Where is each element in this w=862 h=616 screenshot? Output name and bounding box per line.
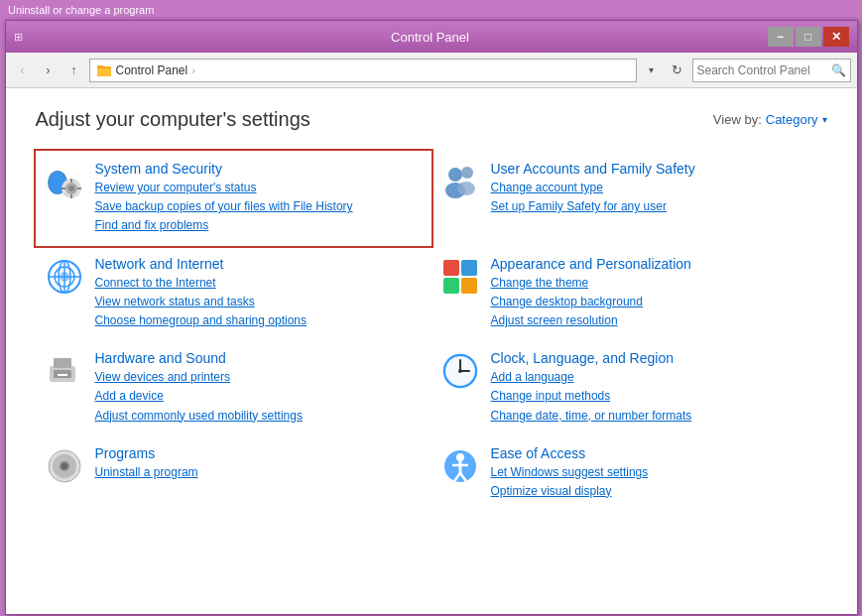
network-internet-link[interactable]: Choose homegroup and sharing options (95, 311, 307, 330)
address-path[interactable]: Control Panel › (89, 59, 637, 82)
system-security-icon (44, 161, 85, 202)
system-security-title[interactable]: System and Security (95, 161, 353, 177)
hardware-sound-link[interactable]: Add a device (95, 387, 303, 406)
forward-button[interactable]: › (38, 60, 60, 81)
category-item-appearance[interactable]: Appearance and PersonalizationChange the… (431, 246, 827, 341)
hardware-sound-text: Hardware and SoundView devices and print… (95, 350, 303, 426)
clock-language-link[interactable]: Change input methods (491, 387, 692, 406)
svg-rect-8 (70, 194, 72, 198)
user-accounts-link[interactable]: Set up Family Safety for any user (491, 197, 695, 216)
view-by-value[interactable]: Category (766, 112, 818, 127)
svg-rect-27 (54, 358, 71, 368)
user-accounts-link[interactable]: Change account type (491, 179, 695, 197)
refresh-button[interactable]: ↻ (667, 60, 688, 81)
network-internet-text: Network and InternetConnect to the Inter… (95, 256, 307, 331)
svg-rect-9 (62, 187, 65, 189)
search-icon: 🔍 (831, 63, 846, 77)
categories-grid: System and SecurityReview your computer'… (36, 151, 827, 511)
window-icon-area: ⊞ (14, 31, 93, 44)
category-item-programs[interactable]: ProgramsUninstall a program (36, 435, 431, 511)
maximize-button[interactable]: □ (796, 27, 821, 47)
programs-link[interactable]: Uninstall a program (95, 463, 198, 482)
title-bar: ⊞ Control Panel − □ ✕ (6, 21, 857, 53)
network-internet-icon (44, 256, 85, 298)
network-internet-title[interactable]: Network and Internet (95, 256, 307, 272)
hardware-sound-title[interactable]: Hardware and Sound (95, 350, 303, 366)
svg-rect-23 (443, 278, 459, 294)
minimize-button[interactable]: − (768, 27, 794, 47)
ease-of-access-text: Ease of AccessLet Windows suggest settin… (491, 445, 649, 501)
svg-rect-28 (58, 374, 67, 376)
hardware-sound-icon (44, 350, 85, 392)
clock-language-text: Clock, Language, and RegionAdd a languag… (491, 350, 692, 426)
view-by-dropdown-arrow[interactable]: ▾ (822, 114, 827, 125)
svg-rect-21 (443, 260, 459, 276)
category-item-hardware-sound[interactable]: Hardware and SoundView devices and print… (36, 340, 431, 435)
clock-language-icon (439, 350, 481, 392)
view-by-control: View by: Category ▾ (713, 112, 827, 127)
search-box: 🔍 (692, 59, 851, 82)
main-content: Adjust your computer's settings View by:… (6, 88, 857, 614)
appearance-text: Appearance and PersonalizationChange the… (491, 256, 691, 331)
category-item-network-internet[interactable]: Network and InternetConnect to the Inter… (36, 246, 431, 341)
ease-of-access-icon (439, 445, 481, 487)
svg-point-33 (458, 369, 462, 373)
category-item-system-security[interactable]: System and SecurityReview your computer'… (34, 149, 433, 248)
user-accounts-title[interactable]: User Accounts and Family Safety (491, 161, 695, 177)
address-bar: ‹ › ↑ Control Panel › ▾ ↻ 🔍 (6, 53, 857, 88)
control-panel-window: ⊞ Control Panel − □ ✕ ‹ › ↑ Control Pane… (5, 20, 858, 615)
svg-rect-24 (461, 278, 477, 294)
appearance-icon (439, 256, 481, 298)
clock-language-title[interactable]: Clock, Language, and Region (491, 350, 692, 366)
close-button[interactable]: ✕ (823, 27, 849, 47)
category-item-ease-of-access[interactable]: Ease of AccessLet Windows suggest settin… (431, 435, 827, 511)
category-item-user-accounts[interactable]: User Accounts and Family SafetyChange ac… (431, 151, 827, 246)
path-label: Control Panel (116, 63, 188, 77)
svg-rect-22 (461, 260, 477, 276)
clock-language-link[interactable]: Add a language (491, 368, 692, 387)
category-item-clock-language[interactable]: Clock, Language, and RegionAdd a languag… (431, 340, 827, 435)
clock-language-link[interactable]: Change date, time, or number formats (491, 407, 692, 426)
view-by-label: View by: (713, 112, 762, 127)
svg-point-12 (461, 167, 473, 179)
path-dropdown-button[interactable]: ▾ (641, 60, 663, 81)
taskbar-hint-text: Uninstall or change a program (8, 4, 154, 16)
network-internet-link[interactable]: View network status and tasks (95, 293, 307, 311)
back-button[interactable]: ‹ (12, 60, 34, 81)
user-accounts-text: User Accounts and Family SafetyChange ac… (491, 161, 695, 216)
svg-point-39 (456, 453, 464, 461)
content-header: Adjust your computer's settings View by:… (36, 108, 827, 131)
search-input[interactable] (697, 63, 831, 77)
ease-of-access-link[interactable]: Optimize visual display (491, 482, 649, 501)
system-security-link[interactable]: Review your computer's status (95, 179, 353, 197)
appearance-title[interactable]: Appearance and Personalization (491, 256, 691, 272)
svg-point-11 (448, 168, 462, 182)
ease-of-access-link[interactable]: Let Windows suggest settings (491, 463, 649, 482)
taskbar-hint: Uninstall or change a program (0, 0, 862, 20)
user-accounts-icon (439, 161, 481, 202)
page-title: Adjust your computer's settings (36, 108, 310, 131)
appearance-link[interactable]: Change the theme (491, 274, 691, 293)
hardware-sound-link[interactable]: Adjust commonly used mobility settings (95, 407, 303, 426)
window-title: Control Panel (93, 30, 768, 45)
system-security-link[interactable]: Save backup copies of your files with Fi… (95, 197, 353, 216)
svg-rect-2 (97, 65, 103, 68)
window-controls: − □ ✕ (768, 27, 849, 47)
up-button[interactable]: ↑ (63, 60, 85, 81)
network-internet-link[interactable]: Connect to the Internet (95, 274, 307, 293)
svg-point-14 (457, 182, 475, 195)
programs-title[interactable]: Programs (95, 445, 198, 461)
path-separator: › (191, 64, 195, 76)
appearance-link[interactable]: Adjust screen resolution (491, 311, 691, 330)
svg-rect-7 (70, 179, 72, 183)
svg-rect-1 (97, 68, 111, 76)
svg-point-6 (68, 185, 74, 191)
hardware-sound-link[interactable]: View devices and printers (95, 368, 303, 387)
svg-rect-10 (77, 187, 81, 189)
ease-of-access-title[interactable]: Ease of Access (491, 445, 649, 461)
appearance-link[interactable]: Change desktop background (491, 293, 691, 311)
programs-text: ProgramsUninstall a program (95, 445, 198, 482)
folder-icon (96, 62, 112, 78)
system-security-text: System and SecurityReview your computer'… (95, 161, 353, 236)
system-security-link[interactable]: Find and fix problems (95, 216, 353, 235)
